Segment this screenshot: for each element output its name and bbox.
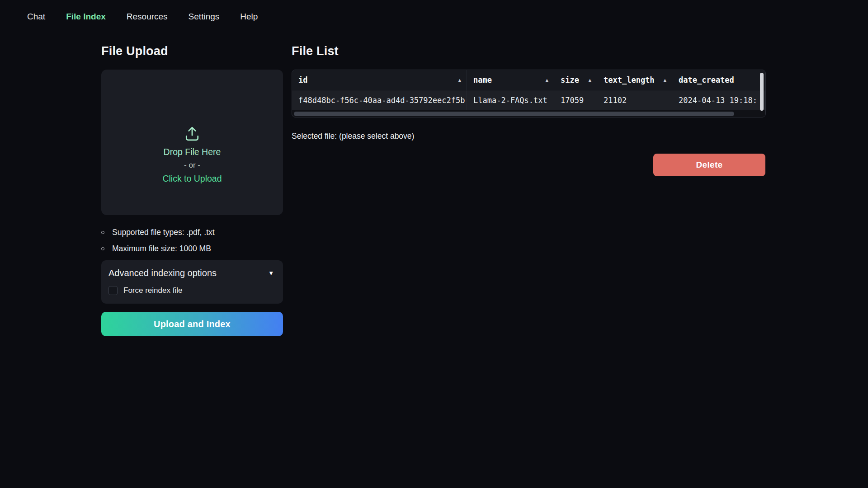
tab-file-index[interactable]: File Index	[66, 11, 106, 23]
cell-date-created[interactable]: 2024-04-13 19:18:	[672, 90, 765, 110]
force-reindex-label: Force reindex file	[123, 286, 182, 295]
force-reindex-row[interactable]: Force reindex file	[108, 286, 274, 295]
force-reindex-checkbox[interactable]	[108, 286, 118, 295]
horizontal-scrollbar-thumb[interactable]	[294, 112, 734, 116]
tab-help[interactable]: Help	[240, 11, 258, 23]
file-upload-title: File Upload	[101, 44, 283, 58]
cell-name[interactable]: Llama-2-FAQs.txt	[467, 90, 554, 110]
column-header-text-length-label: text_length	[604, 75, 655, 84]
advanced-options-accordion: Advanced indexing options ▼ Force reinde…	[101, 260, 283, 304]
table-row[interactable]: f48d48bc-f56c-40aa-ad4d-35792eec2f5b Lla…	[292, 90, 765, 110]
column-header-name-label: name	[473, 75, 492, 84]
note-max-size: Maximum file size: 1000 MB	[101, 244, 283, 253]
column-header-id[interactable]: id ▲	[292, 70, 467, 90]
selected-file-status: Selected file: (please select above)	[292, 131, 766, 141]
chevron-down-icon: ▼	[268, 270, 274, 277]
upload-notes: Supported file types: .pdf, .txt Maximum…	[101, 228, 283, 253]
click-to-upload-link[interactable]: Click to Upload	[162, 174, 222, 184]
or-separator-label: - or -	[184, 161, 200, 170]
tab-settings[interactable]: Settings	[189, 11, 220, 23]
horizontal-scrollbar-track[interactable]	[292, 110, 765, 117]
file-list-panel: File List id ▲ name ▲ size ▲ text_length…	[292, 44, 766, 176]
note-max-size-text: Maximum file size: 1000 MB	[112, 244, 211, 253]
column-header-date-created-label: date_created	[679, 75, 734, 84]
sort-asc-icon[interactable]: ▲	[663, 77, 666, 83]
column-header-size[interactable]: size ▲	[554, 70, 597, 90]
sort-asc-icon[interactable]: ▲	[545, 77, 548, 83]
drop-file-here-label: Drop File Here	[164, 147, 221, 157]
column-header-id-label: id	[298, 75, 307, 84]
tab-chat[interactable]: Chat	[27, 11, 45, 23]
cell-id[interactable]: f48d48bc-f56c-40aa-ad4d-35792eec2f5b	[292, 90, 467, 110]
tab-bar: Chat File Index Resources Settings Help	[27, 11, 258, 23]
column-header-date-created[interactable]: date_created	[672, 70, 765, 90]
bullet-icon	[101, 231, 104, 234]
file-upload-panel: File Upload Drop File Here - or - Click …	[101, 44, 283, 336]
cell-size[interactable]: 17059	[554, 90, 597, 110]
file-table: id ▲ name ▲ size ▲ text_length ▲ date_cr…	[292, 70, 766, 117]
bullet-icon	[101, 247, 104, 250]
file-list-title: File List	[292, 44, 766, 58]
column-header-name[interactable]: name ▲	[467, 70, 554, 90]
upload-and-index-button[interactable]: Upload and Index	[101, 312, 283, 336]
note-supported-types-text: Supported file types: .pdf, .txt	[112, 228, 215, 237]
tab-resources[interactable]: Resources	[127, 11, 168, 23]
delete-button[interactable]: Delete	[653, 154, 765, 176]
upload-icon	[184, 126, 200, 141]
table-header-row: id ▲ name ▲ size ▲ text_length ▲ date_cr…	[292, 70, 765, 90]
column-header-size-label: size	[561, 75, 579, 84]
cell-text-length[interactable]: 21102	[597, 90, 672, 110]
note-supported-types: Supported file types: .pdf, .txt	[101, 228, 283, 237]
advanced-options-title: Advanced indexing options	[108, 268, 217, 278]
sort-asc-icon[interactable]: ▲	[458, 77, 461, 83]
vertical-scrollbar-thumb[interactable]	[760, 73, 764, 111]
sort-asc-icon[interactable]: ▲	[588, 77, 591, 83]
column-header-text-length[interactable]: text_length ▲	[597, 70, 672, 90]
advanced-options-header[interactable]: Advanced indexing options ▼	[108, 268, 274, 278]
file-dropzone[interactable]: Drop File Here - or - Click to Upload	[101, 70, 283, 215]
